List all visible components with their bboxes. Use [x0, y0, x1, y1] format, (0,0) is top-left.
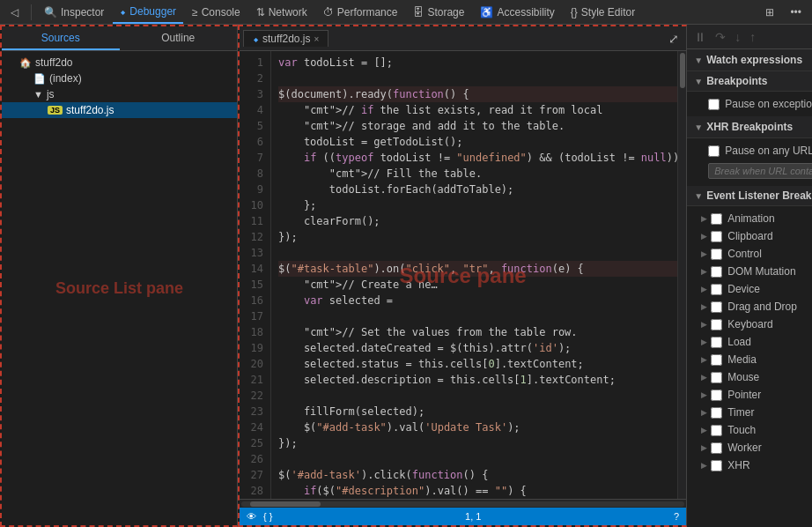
debugger-tab[interactable]: ⬥ Debugger: [113, 1, 183, 24]
xhr-section-header[interactable]: ▼ XHR Breakpoints +: [687, 116, 812, 138]
pause-exceptions-checkbox[interactable]: [708, 99, 720, 110]
style-editor-tab[interactable]: {} Style Editor: [564, 1, 642, 24]
el-checkbox-device[interactable]: [711, 284, 722, 295]
inspector-tab[interactable]: 🔍 Inspector: [37, 1, 111, 24]
console-tab[interactable]: ≥ Console: [185, 1, 247, 24]
code-line-7: if ((typeof todoList != "undefined") && …: [278, 150, 679, 166]
el-checkbox-touch[interactable]: [711, 425, 722, 436]
el-label-dom-mutation[interactable]: DOM Mutation: [727, 265, 795, 278]
el-label-load[interactable]: Load: [727, 336, 751, 348]
maximize-button[interactable]: ⤢: [665, 30, 683, 48]
sources-tree: 🏠 stuff2do 📄 (index) ▼ js JS stuff2do.js…: [2, 51, 237, 525]
tab-sources[interactable]: Sources: [2, 26, 120, 50]
code-line-12: });: [278, 229, 679, 245]
network-tab[interactable]: ⇅ Network: [249, 1, 314, 24]
el-checkbox-media[interactable]: [711, 354, 722, 366]
el-checkbox-clipboard[interactable]: [711, 231, 722, 242]
dock-button[interactable]: ⊞: [758, 1, 781, 24]
el-checkbox-control[interactable]: [711, 249, 722, 260]
event-category-drag-drop[interactable]: ▶ Drag and Drop: [687, 298, 812, 315]
scrollbar-vertical[interactable]: [677, 51, 686, 499]
event-category-device[interactable]: ▶ Device: [687, 280, 812, 298]
el-label-xhr[interactable]: XHR: [727, 459, 749, 471]
xhr-chevron: ▼: [694, 122, 703, 132]
event-category-control[interactable]: ▶ Control: [687, 245, 812, 263]
scrollbar-horizontal[interactable]: [240, 499, 686, 508]
el-chevron-timer: ▶: [701, 408, 707, 417]
el-label-keyboard[interactable]: Keyboard: [727, 318, 772, 330]
performance-tab[interactable]: ⏱ Performance: [316, 1, 405, 24]
event-category-pointer[interactable]: ▶ Pointer: [687, 386, 812, 404]
code-tab-stuff2do[interactable]: ⬥ stuff2do.js ×: [243, 30, 328, 47]
el-checkbox-pointer[interactable]: [711, 390, 722, 401]
el-label-mouse[interactable]: Mouse: [727, 371, 759, 383]
code-tab-close[interactable]: ×: [314, 34, 319, 44]
pause-button[interactable]: ⏸: [690, 28, 710, 46]
event-category-mouse[interactable]: ▶ Mouse: [687, 368, 812, 386]
event-category-worker[interactable]: ▶ Worker: [687, 439, 812, 456]
el-checkbox-load[interactable]: [711, 337, 722, 348]
back-icon: ◁: [11, 6, 18, 19]
event-category-media[interactable]: ▶ Media: [687, 351, 812, 368]
watch-section-header[interactable]: ▼ Watch expressions +: [687, 49, 812, 71]
tree-item-index[interactable]: 📄 (index): [2, 71, 237, 86]
event-category-load[interactable]: ▶ Load: [687, 333, 812, 351]
code-line-13: [278, 245, 679, 261]
more-button[interactable]: •••: [783, 1, 808, 24]
el-label-drag-drop[interactable]: Drag and Drop: [727, 301, 797, 313]
step-out-button[interactable]: ↑: [746, 28, 759, 46]
pause-url-label[interactable]: Pause on any URL: [725, 145, 812, 157]
code-line-1: var todoList = [];: [278, 55, 679, 71]
help-icon[interactable]: ?: [674, 511, 679, 522]
el-chevron-drag-drop: ▶: [701, 302, 707, 311]
event-listener-chevron: ▼: [694, 191, 703, 201]
pause-exceptions-label[interactable]: Pause on exceptions: [725, 98, 812, 110]
el-label-control[interactable]: Control: [727, 248, 762, 260]
el-checkbox-xhr[interactable]: [711, 460, 722, 471]
el-label-animation[interactable]: Animation: [727, 212, 774, 225]
event-category-xhr[interactable]: ▶ XHR: [687, 456, 812, 474]
code-content[interactable]: var todoList = [];$(document).ready(func…: [271, 51, 686, 499]
el-label-pointer[interactable]: Pointer: [727, 389, 761, 401]
url-input[interactable]: [708, 163, 812, 179]
xhr-body: Pause on any URL: [687, 138, 812, 186]
event-category-timer[interactable]: ▶ Timer: [687, 404, 812, 421]
step-over-button[interactable]: ↷: [712, 28, 729, 46]
back-button[interactable]: ◁: [4, 1, 26, 24]
el-label-worker[interactable]: Worker: [727, 442, 761, 454]
file-icon: 📄: [33, 73, 46, 85]
tree-item-stuff2do[interactable]: 🏠 stuff2do: [2, 55, 237, 71]
el-label-media[interactable]: Media: [727, 353, 757, 366]
event-category-keyboard[interactable]: ▶ Keyboard: [687, 315, 812, 333]
el-chevron-control: ▶: [701, 249, 707, 258]
el-checkbox-drag-drop[interactable]: [711, 301, 722, 313]
step-in-button[interactable]: ↓: [731, 28, 744, 46]
code-body: 1234567891011121314151617181920212223242…: [240, 51, 686, 499]
el-checkbox-animation[interactable]: [711, 213, 722, 225]
code-line-19: selected.dateCreated = $(this).attr('id'…: [278, 340, 679, 356]
el-label-clipboard[interactable]: Clipboard: [727, 230, 772, 242]
main-content: Sources Outline 🏠 stuff2do 📄 (index) ▼ j…: [0, 25, 812, 527]
el-checkbox-mouse[interactable]: [711, 372, 722, 383]
code-tabs: ⬥ stuff2do.js × ⤢: [240, 26, 686, 51]
event-category-dom-mutation[interactable]: ▶ DOM Mutation: [687, 263, 812, 280]
el-label-timer[interactable]: Timer: [727, 406, 754, 419]
tree-item-stuff2do-js[interactable]: JS stuff2do.js: [2, 102, 237, 118]
pause-url-checkbox[interactable]: [708, 145, 720, 157]
event-listener-section-header[interactable]: ▼ Event Listener Breakpoints: [687, 186, 812, 206]
el-label-device[interactable]: Device: [727, 283, 760, 295]
el-checkbox-timer[interactable]: [711, 407, 722, 419]
el-checkbox-worker[interactable]: [711, 442, 722, 454]
event-category-animation[interactable]: ▶ Animation: [687, 210, 812, 227]
accessibility-tab[interactable]: ♿ Accessibility: [473, 1, 561, 24]
el-label-touch[interactable]: Touch: [727, 424, 756, 436]
el-checkbox-keyboard[interactable]: [711, 319, 722, 330]
pause-url-item: Pause on any URL: [687, 142, 812, 160]
event-category-touch[interactable]: ▶ Touch: [687, 421, 812, 439]
event-category-clipboard[interactable]: ▶ Clipboard: [687, 227, 812, 245]
tab-outline[interactable]: Outline: [120, 26, 238, 50]
el-checkbox-dom-mutation[interactable]: [711, 266, 722, 278]
tree-item-js[interactable]: ▼ js: [2, 86, 237, 102]
storage-tab[interactable]: 🗄 Storage: [406, 1, 471, 24]
breakpoints-section-header[interactable]: ▼ Breakpoints: [687, 71, 812, 92]
